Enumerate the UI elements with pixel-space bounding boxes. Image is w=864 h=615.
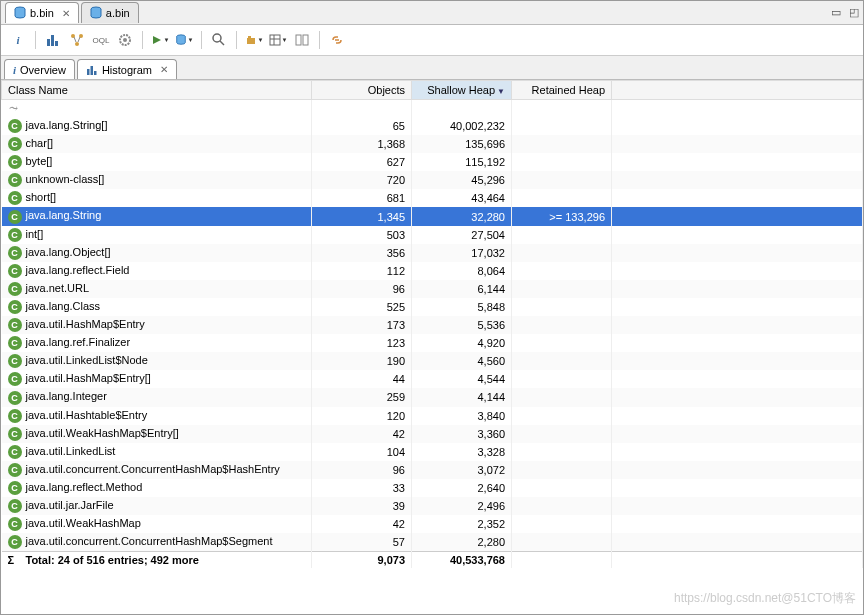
histogram-button[interactable] (42, 29, 64, 51)
class-name-cell: Cjava.util.HashMap$Entry[] (2, 370, 312, 388)
editor-tab-inactive[interactable]: a.bin (81, 2, 139, 23)
link-button[interactable] (326, 29, 348, 51)
shallow-cell: 40,002,232 (412, 117, 512, 135)
svg-rect-2 (47, 39, 50, 46)
svg-rect-21 (303, 35, 308, 45)
table-row[interactable]: Cjava.lang.String[]6540,002,232 (2, 117, 863, 135)
numeric-filter[interactable] (412, 100, 512, 118)
shallow-cell: 45,296 (412, 171, 512, 189)
class-name-cell: Cjava.util.WeakHashMap (2, 515, 312, 533)
table-container[interactable]: Class Name Objects Shallow Heap▼ Retaine… (1, 80, 863, 610)
retained-cell (512, 370, 612, 388)
table-row[interactable]: Cjava.lang.String1,34532,280>= 133,296 (2, 207, 863, 225)
compare-button[interactable] (291, 29, 313, 51)
tab-overview[interactable]: i Overview (4, 59, 75, 79)
table-row[interactable]: Cjava.util.LinkedList1043,328 (2, 443, 863, 461)
table-row[interactable]: Cunknown-class[]72045,296 (2, 171, 863, 189)
shallow-cell: 8,064 (412, 262, 512, 280)
total-objects: 9,073 (312, 552, 412, 569)
class-icon: C (8, 391, 22, 405)
numeric-filter[interactable] (312, 100, 412, 118)
table-row[interactable]: Cjava.lang.Class5255,848 (2, 298, 863, 316)
shallow-cell: 3,328 (412, 443, 512, 461)
table-row[interactable]: Cshort[]68143,464 (2, 189, 863, 207)
class-icon: C (8, 228, 22, 242)
objects-cell: 42 (312, 425, 412, 443)
table-row[interactable]: Cbyte[]627115,192 (2, 153, 863, 171)
close-icon[interactable]: ✕ (62, 8, 70, 19)
table-row[interactable]: Cjava.lang.reflect.Field1128,064 (2, 262, 863, 280)
svg-point-13 (213, 34, 221, 42)
table-row[interactable]: Cchar[]1,368135,696 (2, 135, 863, 153)
table-row[interactable]: Cjava.lang.reflect.Method332,640 (2, 479, 863, 497)
class-icon: C (8, 499, 22, 513)
shallow-cell: 4,544 (412, 370, 512, 388)
objects-cell: 525 (312, 298, 412, 316)
info-button[interactable]: i (7, 29, 29, 51)
table-row[interactable]: Cjava.util.concurrent.ConcurrentHashMap$… (2, 533, 863, 552)
table-row[interactable]: Cjava.util.HashMap$Entry[]444,544 (2, 370, 863, 388)
close-icon[interactable]: ✕ (160, 64, 168, 75)
retained-cell (512, 533, 612, 552)
table-row[interactable]: Cjava.util.HashMap$Entry1735,536 (2, 316, 863, 334)
shallow-cell: 4,560 (412, 352, 512, 370)
col-retained-heap[interactable]: Retained Heap (512, 81, 612, 100)
tab-histogram[interactable]: Histogram ✕ (77, 59, 177, 79)
col-objects[interactable]: Objects (312, 81, 412, 100)
objects-cell: 57 (312, 533, 412, 552)
class-name-cell: Cjava.util.LinkedList$Node (2, 352, 312, 370)
numeric-filter[interactable] (512, 100, 612, 118)
table-row[interactable]: Cjava.util.jar.JarFile392,496 (2, 497, 863, 515)
table-row[interactable]: Cjava.util.concurrent.ConcurrentHashMap$… (2, 461, 863, 479)
total-shallow: 40,533,768 (412, 552, 512, 569)
shallow-cell: 115,192 (412, 153, 512, 171)
search-button[interactable] (208, 29, 230, 51)
table-row[interactable]: Cint[]50327,504 (2, 226, 863, 244)
objects-cell: 96 (312, 280, 412, 298)
table-row[interactable]: Cjava.util.LinkedList$Node1904,560 (2, 352, 863, 370)
table-row[interactable]: Cjava.util.WeakHashMap$Entry[]423,360 (2, 425, 863, 443)
regex-cell[interactable]: ⤳ (2, 100, 312, 118)
tree-button[interactable] (66, 29, 88, 51)
col-shallow-heap[interactable]: Shallow Heap▼ (412, 81, 512, 100)
svg-rect-23 (90, 66, 93, 75)
objects-cell: 627 (312, 153, 412, 171)
objects-cell: 173 (312, 316, 412, 334)
editor-controls: ▭ ◰ (831, 6, 859, 19)
svg-rect-4 (55, 41, 58, 46)
tab-label: a.bin (106, 7, 130, 19)
svg-point-7 (75, 42, 79, 46)
retained-cell (512, 226, 612, 244)
table-row[interactable]: Cjava.lang.ref.Finalizer1234,920 (2, 334, 863, 352)
class-name-cell: Cunknown-class[] (2, 171, 312, 189)
table-row[interactable]: Cjava.lang.Object[]35617,032 (2, 244, 863, 262)
retained-cell (512, 425, 612, 443)
db-dropdown-button[interactable]: ▼ (173, 29, 195, 51)
class-name-cell: Cjava.lang.ref.Finalizer (2, 334, 312, 352)
gear-button[interactable] (114, 29, 136, 51)
table-row[interactable]: Cjava.util.WeakHashMap422,352 (2, 515, 863, 533)
class-icon: C (8, 300, 22, 314)
histogram-table: Class Name Objects Shallow Heap▼ Retaine… (1, 80, 863, 568)
class-icon: C (8, 173, 22, 187)
col-class-name[interactable]: Class Name (2, 81, 312, 100)
retained-cell (512, 135, 612, 153)
package-button[interactable]: ▼ (243, 29, 265, 51)
table-button[interactable]: ▼ (267, 29, 289, 51)
editor-tab-active[interactable]: b.bin ✕ (5, 2, 79, 23)
class-name-cell: Cjava.lang.reflect.Field (2, 262, 312, 280)
class-icon: C (8, 517, 22, 531)
minimize-icon[interactable]: ▭ (831, 6, 841, 19)
table-row[interactable]: Cjava.lang.Integer2594,144 (2, 388, 863, 406)
svg-line-14 (220, 41, 224, 45)
run-button[interactable]: ▼ (149, 29, 171, 51)
maximize-icon[interactable]: ◰ (849, 6, 859, 19)
oql-button[interactable]: OQL (90, 29, 112, 51)
shallow-cell: 2,640 (412, 479, 512, 497)
retained-cell (512, 171, 612, 189)
class-name-cell: Cint[] (2, 226, 312, 244)
total-row: ΣTotal: 24 of 516 entries; 492 more9,073… (2, 552, 863, 569)
database-icon (14, 6, 26, 20)
table-row[interactable]: Cjava.net.URL966,144 (2, 280, 863, 298)
table-row[interactable]: Cjava.util.Hashtable$Entry1203,840 (2, 407, 863, 425)
